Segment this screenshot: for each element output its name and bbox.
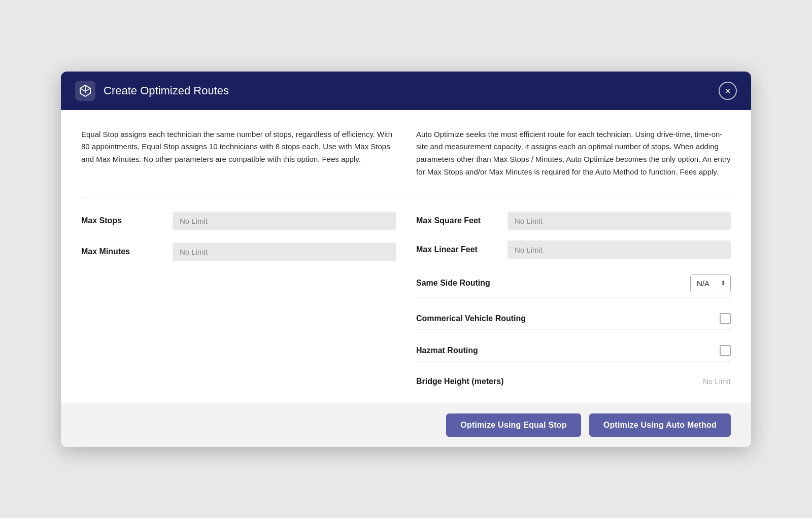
modal-header: Create Optimized Routes × (61, 72, 751, 110)
optimize-equal-stop-button[interactable]: Optimize Using Equal Stop (446, 413, 581, 437)
bridge-height-row: Bridge Height (meters) No Limit (416, 372, 731, 391)
max-stops-input[interactable] (173, 212, 396, 230)
same-side-routing-row: Same Side Routing N/A Yes No ⬍ (416, 269, 731, 298)
modal-container: Create Optimized Routes × Equal Stop ass… (61, 72, 751, 447)
max-linear-feet-input[interactable] (507, 240, 731, 259)
max-square-feet-label: Max Square Feet (416, 216, 497, 225)
modal-title: Create Optimized Routes (104, 84, 229, 97)
commercial-vehicle-routing-label: Commerical Vehicle Routing (416, 314, 526, 323)
commercial-vehicle-routing-checkbox[interactable] (720, 313, 731, 324)
modal-footer: Optimize Using Equal Stop Optimize Using… (61, 403, 751, 447)
modal-body: Equal Stop assigns each technician the s… (61, 110, 751, 403)
same-side-routing-label: Same Side Routing (416, 279, 490, 288)
header-left: Create Optimized Routes (75, 81, 229, 101)
max-minutes-input[interactable] (173, 243, 396, 261)
max-stops-row: Max Stops (81, 212, 396, 230)
optimize-auto-method-button[interactable]: Optimize Using Auto Method (589, 413, 731, 437)
description-section: Equal Stop assigns each technician the s… (81, 128, 731, 179)
hazmat-routing-row: Hazmat Routing (416, 340, 731, 362)
same-side-routing-select[interactable]: N/A Yes No (690, 274, 731, 292)
equal-stop-description: Equal Stop assigns each technician the s… (81, 128, 396, 179)
max-square-feet-row: Max Square Feet (416, 212, 731, 230)
left-fields: Max Stops Max Minutes (81, 212, 396, 391)
divider (81, 197, 731, 197)
form-section: Max Stops Max Minutes Max Square Feet Ma… (81, 212, 731, 391)
hazmat-routing-label: Hazmat Routing (416, 346, 478, 355)
commercial-vehicle-routing-row: Commerical Vehicle Routing (416, 308, 731, 330)
max-stops-label: Max Stops (81, 216, 162, 225)
right-fields: Max Square Feet Max Linear Feet Same Sid… (416, 212, 731, 391)
max-linear-feet-row: Max Linear Feet (416, 240, 731, 259)
max-minutes-label: Max Minutes (81, 247, 162, 256)
bridge-height-value: No Limit (703, 377, 731, 386)
hazmat-routing-checkbox[interactable] (720, 345, 731, 356)
same-side-select-wrapper: N/A Yes No ⬍ (690, 274, 731, 292)
auto-optimize-description: Auto Optimize seeks the most efficient r… (416, 128, 731, 179)
close-button[interactable]: × (719, 82, 737, 100)
bridge-height-label: Bridge Height (meters) (416, 377, 503, 386)
max-square-feet-input[interactable] (507, 212, 731, 230)
max-linear-feet-label: Max Linear Feet (416, 245, 497, 254)
app-logo (75, 81, 95, 101)
max-minutes-row: Max Minutes (81, 243, 396, 261)
